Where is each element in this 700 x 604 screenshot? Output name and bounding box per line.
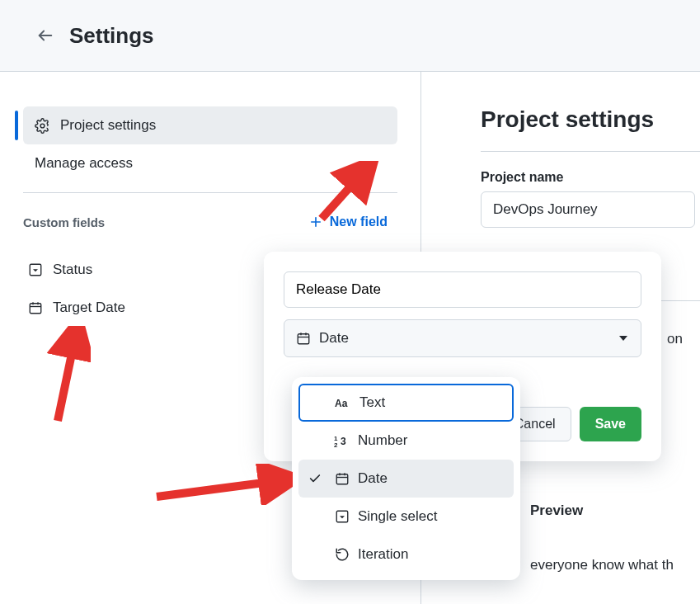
- type-option-label: Single select: [358, 508, 437, 525]
- custom-field-label: Status: [53, 262, 92, 278]
- svg-line-26: [58, 334, 76, 421]
- dropdown-selected-label: Date: [319, 330, 349, 347]
- calendar-icon: [330, 471, 355, 486]
- back-button[interactable]: [36, 26, 54, 45]
- svg-point-1: [40, 124, 45, 128]
- main-heading: Project settings: [481, 106, 700, 133]
- svg-text:2: 2: [334, 441, 338, 447]
- save-button[interactable]: Save: [580, 407, 641, 441]
- type-option-text[interactable]: Aa Text: [298, 384, 514, 422]
- svg-marker-13: [619, 336, 627, 341]
- svg-rect-18: [336, 474, 348, 484]
- field-name-input[interactable]: [284, 271, 641, 308]
- type-option-date[interactable]: Date: [298, 460, 514, 498]
- svg-line-28: [157, 480, 283, 497]
- type-option-iteration[interactable]: Iteration: [298, 536, 514, 573]
- field-type-menu: Aa Text 123 Number Date Single select It…: [292, 377, 520, 580]
- single-select-icon: [330, 509, 355, 524]
- type-option-label: Number: [358, 432, 407, 449]
- gear-icon: [35, 118, 50, 134]
- field-type-dropdown[interactable]: Date: [284, 319, 641, 357]
- header: Settings: [0, 0, 700, 72]
- divider: [481, 151, 700, 152]
- type-option-label: Iteration: [358, 546, 408, 563]
- project-name-input[interactable]: [481, 191, 695, 228]
- calendar-icon: [296, 331, 311, 346]
- preview-text: everyone know what th: [530, 557, 674, 573]
- number-icon: 123: [330, 434, 355, 447]
- annotation-arrow: [41, 326, 91, 425]
- svg-text:Aa: Aa: [335, 398, 348, 409]
- custom-fields-heading: Custom fields: [23, 215, 105, 229]
- bg-text: on: [667, 331, 683, 347]
- preview-heading: Preview: [530, 503, 583, 519]
- iteration-icon: [330, 547, 355, 562]
- sidebar-item-label: Manage access: [35, 155, 133, 172]
- svg-rect-9: [298, 334, 309, 344]
- sidebar-item-project-settings[interactable]: Project settings: [23, 106, 397, 144]
- caret-down-icon: [619, 336, 627, 341]
- text-icon: Aa: [331, 396, 356, 409]
- type-option-number[interactable]: 123 Number: [298, 422, 514, 460]
- check-icon: [303, 472, 327, 485]
- project-name-label: Project name: [481, 170, 700, 185]
- svg-rect-5: [30, 304, 41, 314]
- annotation-arrow: [153, 464, 293, 505]
- svg-text:3: 3: [341, 436, 346, 447]
- sidebar-item-label: Project settings: [60, 117, 156, 134]
- svg-line-24: [322, 171, 364, 219]
- type-option-single-select[interactable]: Single select: [298, 498, 514, 536]
- single-select-icon: [28, 262, 43, 277]
- calendar-icon: [28, 300, 43, 315]
- page-title: Settings: [69, 23, 154, 49]
- type-option-label: Date: [358, 470, 388, 487]
- custom-field-label: Target Date: [53, 300, 125, 316]
- annotation-arrow: [313, 161, 379, 227]
- type-option-label: Text: [359, 394, 385, 411]
